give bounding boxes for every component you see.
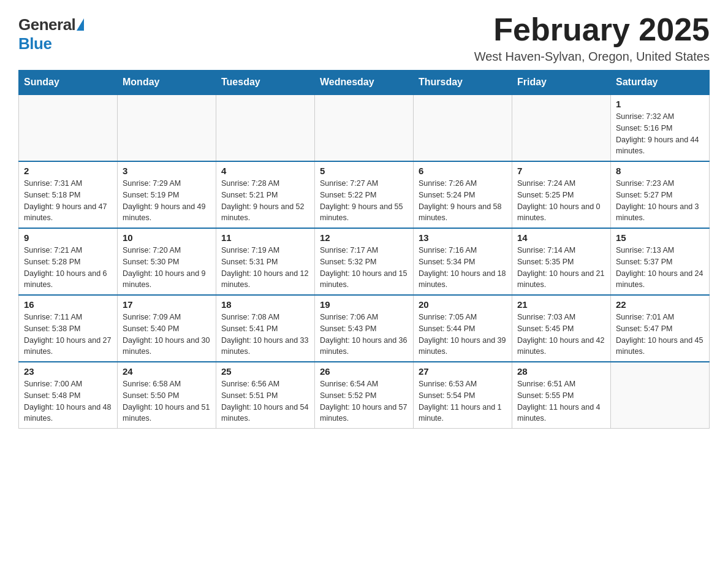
day-number: 3 (123, 166, 211, 176)
calendar-cell: 6Sunrise: 7:26 AM Sunset: 5:24 PM Daylig… (414, 161, 512, 228)
calendar-cell: 22Sunrise: 7:01 AM Sunset: 5:47 PM Dayli… (611, 295, 710, 362)
calendar-cell: 19Sunrise: 7:06 AM Sunset: 5:43 PM Dayli… (315, 295, 414, 362)
day-info: Sunrise: 7:24 AM Sunset: 5:25 PM Dayligh… (517, 178, 605, 224)
day-number: 19 (320, 299, 408, 310)
calendar-cell: 10Sunrise: 7:20 AM Sunset: 5:30 PM Dayli… (118, 228, 216, 295)
day-info: Sunrise: 7:06 AM Sunset: 5:43 PM Dayligh… (320, 312, 408, 358)
calendar-cell: 18Sunrise: 7:08 AM Sunset: 5:41 PM Dayli… (216, 295, 315, 362)
day-number: 22 (616, 299, 704, 310)
logo-blue-text: Blue (18, 34, 51, 53)
day-number: 13 (419, 232, 507, 243)
calendar-cell: 21Sunrise: 7:03 AM Sunset: 5:45 PM Dayli… (512, 295, 611, 362)
calendar-cell: 12Sunrise: 7:17 AM Sunset: 5:32 PM Dayli… (315, 228, 414, 295)
day-info: Sunrise: 7:26 AM Sunset: 5:24 PM Dayligh… (419, 178, 507, 224)
day-number: 12 (320, 232, 408, 243)
calendar-cell (414, 94, 512, 161)
day-number: 1 (616, 99, 704, 109)
day-number: 26 (320, 366, 408, 377)
calendar-cell: 8Sunrise: 7:23 AM Sunset: 5:27 PM Daylig… (611, 161, 710, 228)
calendar-cell: 17Sunrise: 7:09 AM Sunset: 5:40 PM Dayli… (118, 295, 216, 362)
calendar-cell: 13Sunrise: 7:16 AM Sunset: 5:34 PM Dayli… (414, 228, 512, 295)
day-info: Sunrise: 6:56 AM Sunset: 5:51 PM Dayligh… (221, 378, 309, 424)
day-number: 8 (616, 166, 704, 176)
calendar-cell (512, 94, 611, 161)
day-info: Sunrise: 7:09 AM Sunset: 5:40 PM Dayligh… (123, 312, 211, 358)
day-number: 21 (517, 299, 605, 310)
day-number: 20 (419, 299, 507, 310)
calendar-cell: 1Sunrise: 7:32 AM Sunset: 5:16 PM Daylig… (611, 94, 710, 161)
day-number: 27 (419, 366, 507, 377)
day-number: 24 (123, 366, 211, 377)
calendar-cell: 28Sunrise: 6:51 AM Sunset: 5:55 PM Dayli… (512, 362, 611, 429)
calendar-cell (118, 94, 216, 161)
calendar-week-4: 16Sunrise: 7:11 AM Sunset: 5:38 PM Dayli… (19, 295, 710, 362)
calendar-cell: 4Sunrise: 7:28 AM Sunset: 5:21 PM Daylig… (216, 161, 315, 228)
weekday-header-monday: Monday (118, 71, 216, 95)
calendar-cell: 16Sunrise: 7:11 AM Sunset: 5:38 PM Dayli… (19, 295, 118, 362)
day-info: Sunrise: 7:28 AM Sunset: 5:21 PM Dayligh… (221, 178, 309, 224)
day-info: Sunrise: 7:11 AM Sunset: 5:38 PM Dayligh… (24, 312, 112, 358)
day-info: Sunrise: 7:00 AM Sunset: 5:48 PM Dayligh… (24, 378, 112, 424)
day-number: 15 (616, 232, 704, 243)
calendar-cell: 5Sunrise: 7:27 AM Sunset: 5:22 PM Daylig… (315, 161, 414, 228)
calendar-body: 1Sunrise: 7:32 AM Sunset: 5:16 PM Daylig… (19, 94, 710, 429)
calendar-cell: 27Sunrise: 6:53 AM Sunset: 5:54 PM Dayli… (414, 362, 512, 429)
day-info: Sunrise: 7:13 AM Sunset: 5:37 PM Dayligh… (616, 245, 704, 291)
location-title: West Haven-Sylvan, Oregon, United States (474, 50, 710, 64)
calendar-cell: 20Sunrise: 7:05 AM Sunset: 5:44 PM Dayli… (414, 295, 512, 362)
weekday-header-tuesday: Tuesday (216, 71, 315, 95)
calendar-week-5: 23Sunrise: 7:00 AM Sunset: 5:48 PM Dayli… (19, 362, 710, 429)
month-title: February 2025 (474, 12, 710, 47)
day-info: Sunrise: 6:54 AM Sunset: 5:52 PM Dayligh… (320, 378, 408, 424)
calendar-cell: 14Sunrise: 7:14 AM Sunset: 5:35 PM Dayli… (512, 228, 611, 295)
day-info: Sunrise: 6:51 AM Sunset: 5:55 PM Dayligh… (517, 378, 605, 424)
calendar-week-1: 1Sunrise: 7:32 AM Sunset: 5:16 PM Daylig… (19, 94, 710, 161)
day-info: Sunrise: 7:20 AM Sunset: 5:30 PM Dayligh… (123, 245, 211, 291)
day-number: 6 (419, 166, 507, 176)
day-number: 18 (221, 299, 309, 310)
calendar-week-2: 2Sunrise: 7:31 AM Sunset: 5:18 PM Daylig… (19, 161, 710, 228)
day-number: 2 (24, 166, 112, 176)
day-number: 7 (517, 166, 605, 176)
day-info: Sunrise: 7:16 AM Sunset: 5:34 PM Dayligh… (419, 245, 507, 291)
calendar-cell (315, 94, 414, 161)
day-info: Sunrise: 7:17 AM Sunset: 5:32 PM Dayligh… (320, 245, 408, 291)
day-number: 28 (517, 366, 605, 377)
day-number: 14 (517, 232, 605, 243)
day-number: 5 (320, 166, 408, 176)
calendar-week-3: 9Sunrise: 7:21 AM Sunset: 5:28 PM Daylig… (19, 228, 710, 295)
day-info: Sunrise: 7:23 AM Sunset: 5:27 PM Dayligh… (616, 178, 704, 224)
day-number: 10 (123, 232, 211, 243)
day-info: Sunrise: 7:32 AM Sunset: 5:16 PM Dayligh… (616, 111, 704, 157)
calendar-cell: 9Sunrise: 7:21 AM Sunset: 5:28 PM Daylig… (19, 228, 118, 295)
day-number: 25 (221, 366, 309, 377)
calendar-cell: 11Sunrise: 7:19 AM Sunset: 5:31 PM Dayli… (216, 228, 315, 295)
logo-general-text: General (18, 15, 75, 34)
weekday-row: SundayMondayTuesdayWednesdayThursdayFrid… (19, 71, 710, 95)
weekday-header-friday: Friday (512, 71, 611, 95)
day-info: Sunrise: 7:29 AM Sunset: 5:19 PM Dayligh… (123, 178, 211, 224)
calendar-cell: 25Sunrise: 6:56 AM Sunset: 5:51 PM Dayli… (216, 362, 315, 429)
weekday-header-saturday: Saturday (611, 71, 710, 95)
calendar-header: SundayMondayTuesdayWednesdayThursdayFrid… (19, 71, 710, 95)
page-header: General Blue February 2025 West Haven-Sy… (18, 12, 710, 64)
day-info: Sunrise: 7:14 AM Sunset: 5:35 PM Dayligh… (517, 245, 605, 291)
day-info: Sunrise: 7:31 AM Sunset: 5:18 PM Dayligh… (24, 178, 112, 224)
day-number: 16 (24, 299, 112, 310)
logo: General Blue (18, 15, 84, 53)
day-number: 9 (24, 232, 112, 243)
calendar-cell: 3Sunrise: 7:29 AM Sunset: 5:19 PM Daylig… (118, 161, 216, 228)
day-info: Sunrise: 6:58 AM Sunset: 5:50 PM Dayligh… (123, 378, 211, 424)
day-info: Sunrise: 7:27 AM Sunset: 5:22 PM Dayligh… (320, 178, 408, 224)
calendar-cell: 7Sunrise: 7:24 AM Sunset: 5:25 PM Daylig… (512, 161, 611, 228)
day-info: Sunrise: 7:03 AM Sunset: 5:45 PM Dayligh… (517, 312, 605, 358)
day-info: Sunrise: 7:05 AM Sunset: 5:44 PM Dayligh… (419, 312, 507, 358)
day-number: 4 (221, 166, 309, 176)
day-number: 23 (24, 366, 112, 377)
calendar-table: SundayMondayTuesdayWednesdayThursdayFrid… (18, 70, 710, 429)
calendar-cell (19, 94, 118, 161)
day-info: Sunrise: 7:08 AM Sunset: 5:41 PM Dayligh… (221, 312, 309, 358)
weekday-header-sunday: Sunday (19, 71, 118, 95)
day-info: Sunrise: 7:19 AM Sunset: 5:31 PM Dayligh… (221, 245, 309, 291)
calendar-cell (216, 94, 315, 161)
